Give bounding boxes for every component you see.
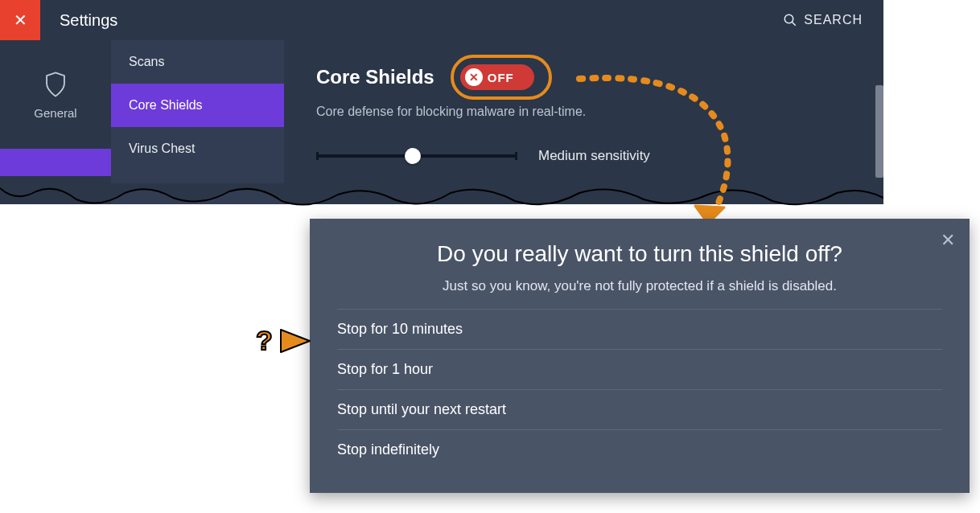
question-mark-icon: ?	[256, 325, 273, 356]
confirm-dialog: ✕ Do you really want to turn this shield…	[310, 219, 970, 493]
toggle-label: OFF	[488, 71, 514, 84]
dialog-subtitle: Just so you know, you're not fully prote…	[337, 278, 942, 294]
dialog-options: Stop for 10 minutes Stop for 1 hour Stop…	[337, 309, 942, 470]
content-pane: Core Shields ✕ OFF Core defense for bloc…	[284, 40, 883, 204]
shield-icon	[43, 71, 68, 98]
option-label: Stop for 10 minutes	[337, 321, 463, 337]
left-rail: General	[0, 40, 111, 204]
sidebar-item-virus-chest[interactable]: Virus Chest	[111, 127, 284, 170]
option-label: Stop until your next restart	[337, 401, 506, 417]
toggle-wrap: ✕ OFF	[460, 64, 534, 90]
cancel-icon: ✕	[469, 72, 479, 83]
option-label: Stop indefinitely	[337, 441, 439, 458]
sidebar-item-label: Virus Chest	[129, 142, 195, 155]
sensitivity-slider[interactable]	[316, 154, 517, 158]
content-header: Core Shields ✕ OFF	[316, 64, 851, 90]
close-button[interactable]: ✕	[0, 0, 40, 40]
titlebar: ✕ Settings SEARCH	[0, 0, 883, 40]
search-icon	[783, 13, 797, 27]
option-stop-1-hour[interactable]: Stop for 1 hour	[337, 349, 942, 389]
main-row: General Scans Core Shields Virus Chest C…	[0, 40, 883, 204]
close-icon: ✕	[941, 230, 955, 250]
sidebar-item-label: Core Shields	[129, 98, 203, 112]
section-title: Core Shields	[316, 66, 434, 88]
rail-item-general[interactable]: General	[0, 60, 111, 134]
slider-knob[interactable]	[405, 148, 421, 164]
core-shields-toggle[interactable]: ✕ OFF	[460, 64, 534, 90]
dialog-close-button[interactable]: ✕	[941, 230, 955, 251]
option-stop-indefinitely[interactable]: Stop indefinitely	[337, 429, 942, 470]
sidebar-item-core-shields[interactable]: Core Shields	[111, 84, 284, 127]
callout-pointer-annotation: ?	[256, 325, 313, 356]
toggle-knob: ✕	[465, 68, 483, 86]
svg-marker-3	[281, 330, 310, 352]
window-title: Settings	[40, 11, 783, 30]
option-stop-10-minutes[interactable]: Stop for 10 minutes	[337, 309, 942, 349]
svg-point-0	[785, 14, 794, 23]
scrollbar[interactable]	[875, 85, 883, 178]
option-label: Stop for 1 hour	[337, 361, 433, 377]
dialog-title: Do you really want to turn this shield o…	[337, 241, 942, 267]
rail-item-label: General	[34, 106, 76, 120]
sub-sidebar: Scans Core Shields Virus Chest	[111, 40, 284, 204]
option-stop-next-restart[interactable]: Stop until your next restart	[337, 389, 942, 429]
sidebar-item-label: Scans	[129, 55, 164, 68]
section-description: Core defense for blocking malware in rea…	[316, 105, 851, 119]
triangle-pointer-icon	[278, 326, 313, 355]
settings-window: ✕ Settings SEARCH General	[0, 0, 883, 204]
sensitivity-label: Medium sensitivity	[538, 148, 650, 164]
search-button[interactable]: SEARCH	[783, 13, 883, 27]
sensitivity-row: Medium sensitivity	[316, 148, 851, 164]
search-label: SEARCH	[804, 13, 863, 27]
close-icon: ✕	[14, 10, 27, 30]
rail-item-active[interactable]	[0, 149, 111, 176]
svg-line-1	[793, 22, 797, 26]
sidebar-item-scans[interactable]: Scans	[111, 40, 284, 84]
